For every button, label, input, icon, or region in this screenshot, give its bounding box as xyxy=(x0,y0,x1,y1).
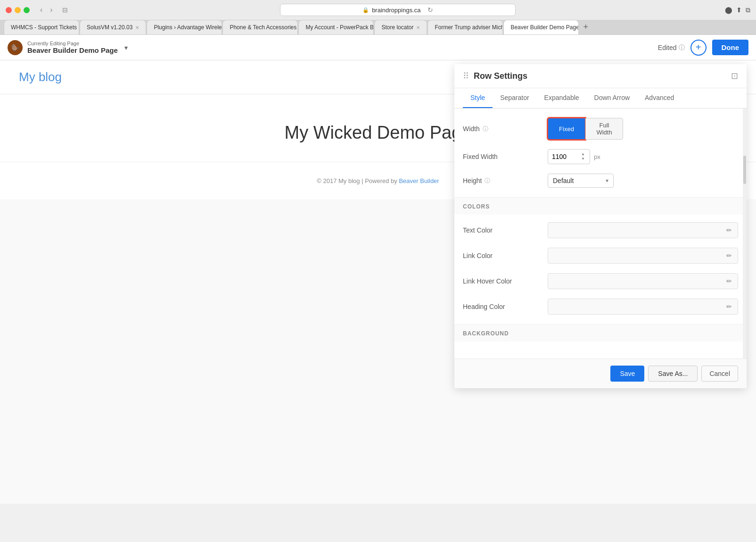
text-color-picker[interactable]: ✏ xyxy=(548,222,738,238)
tab-myaccount[interactable]: My Account - PowerPack Be... ✕ xyxy=(298,20,374,34)
page-dropdown-button[interactable]: ▾ xyxy=(124,44,128,51)
tab-phone[interactable]: Phone & Tech Accessories -... ✕ xyxy=(222,20,298,34)
editing-info: 🦫 Currently Editing Page Beaver Builder … xyxy=(8,40,128,55)
save-as-button[interactable]: Save As... xyxy=(648,366,698,382)
text-color-label: Text Color xyxy=(463,226,548,234)
fixed-width-value[interactable] xyxy=(552,153,573,160)
browser-chrome: ‹ › ⊟ 🔒 braindroppings.ca ↻ ⬤ ⬆ ⧉ WHMCS … xyxy=(0,0,756,35)
pencil-icon: ✏ xyxy=(726,277,732,285)
fixed-width-field-row: Fixed Width ▲ ▼ px xyxy=(463,149,738,164)
tab-plugins[interactable]: Plugins › Advantage Wireles... ✕ xyxy=(147,20,222,34)
tab-label: Phone & Tech Accessories -... xyxy=(230,24,298,31)
reload-button[interactable]: ↻ xyxy=(427,6,433,14)
maximize-window-button[interactable] xyxy=(24,7,30,13)
height-help-icon[interactable]: ⓘ xyxy=(485,177,490,185)
cancel-button[interactable]: Cancel xyxy=(701,366,738,382)
tab-label: Plugins › Advantage Wireles... xyxy=(154,24,222,31)
height-select[interactable]: Default ▾ xyxy=(548,174,614,188)
sidebar-toggle-button[interactable]: ⊟ xyxy=(59,5,71,15)
width-help-icon[interactable]: ⓘ xyxy=(483,125,488,133)
tab-separator[interactable]: Separator xyxy=(493,88,536,108)
link-color-control: ✏ xyxy=(548,248,738,264)
width-field-row: Width ⓘ Fixed Full Width xyxy=(463,118,738,140)
panel-tabs: Style Separator Expandable Down Arrow Ad… xyxy=(454,88,747,108)
pencil-icon: ✏ xyxy=(726,252,732,259)
heading-color-control: ✏ xyxy=(548,299,738,315)
edited-label: Edited xyxy=(658,44,677,51)
tab-close-icon[interactable]: ✕ xyxy=(135,25,139,30)
drag-handle-icon[interactable]: ⠿ xyxy=(463,71,469,81)
link-hover-color-control: ✏ xyxy=(548,273,738,289)
chevron-down-icon: ▾ xyxy=(606,177,608,184)
address-bar[interactable]: 🔒 braindroppings.ca ↻ xyxy=(280,4,516,16)
pencil-icon: ✏ xyxy=(726,303,732,310)
tab-trump[interactable]: Former Trump adviser Micha... ✕ xyxy=(427,20,503,34)
link-hover-color-field-row: Link Hover Color ✏ xyxy=(463,273,738,289)
tab-expandable[interactable]: Expandable xyxy=(537,88,587,108)
info-icon[interactable]: ⓘ xyxy=(679,43,685,52)
fixed-width-button[interactable]: Fixed xyxy=(548,118,585,140)
tab-style[interactable]: Style xyxy=(463,88,493,108)
app-toolbar: 🦫 Currently Editing Page Beaver Builder … xyxy=(0,35,756,60)
text-color-control: ✏ xyxy=(548,222,738,238)
page-content: My blog Choose Menu 🔍 My Wicked Demo Pag… xyxy=(0,60,756,504)
new-tab-plus-button[interactable]: + xyxy=(579,20,592,34)
minimize-window-button[interactable] xyxy=(15,7,21,13)
forward-button[interactable]: › xyxy=(47,5,55,15)
edited-badge: Edited ⓘ xyxy=(658,43,685,52)
decrement-button[interactable]: ▼ xyxy=(580,157,586,161)
tab-close-icon[interactable]: ✕ xyxy=(416,25,420,30)
height-control: Default ▾ xyxy=(548,174,738,188)
link-hover-color-label: Link Hover Color xyxy=(463,277,548,285)
tabs-bar: WHMCS - Support Tickets ✕ SolusVM v1.20.… xyxy=(0,20,756,34)
link-hover-color-picker[interactable]: ✏ xyxy=(548,273,738,289)
tab-label: Store locator xyxy=(381,24,413,31)
row-settings-panel: ⠿ Row Settings ⊡ Style Separator Expanda… xyxy=(454,64,747,388)
fixed-width-unit: px xyxy=(594,153,600,160)
toolbar-right: Edited ⓘ + Done xyxy=(658,40,748,56)
done-button[interactable]: Done xyxy=(712,40,749,55)
colors-section-header: COLORS xyxy=(454,197,747,215)
heading-color-field-row: Heading Color ✏ xyxy=(463,299,738,315)
link-color-picker[interactable]: ✏ xyxy=(548,248,738,264)
beaver-builder-link[interactable]: Beaver Builder xyxy=(399,177,439,184)
back-button[interactable]: ‹ xyxy=(37,5,45,15)
save-button[interactable]: Save xyxy=(610,366,644,382)
number-spinners: ▲ ▼ xyxy=(580,152,586,161)
panel-title: Row Settings xyxy=(474,71,731,81)
tab-solusvm[interactable]: SolusVM v1.20.03 ✕ xyxy=(80,20,146,34)
panel-body: Width ⓘ Fixed Full Width Fixed Width xyxy=(454,108,747,359)
url-text: braindroppings.ca xyxy=(372,7,420,14)
scrollbar-track xyxy=(743,108,747,359)
browser-titlebar: ‹ › ⊟ 🔒 braindroppings.ca ↻ ⬤ ⬆ ⧉ xyxy=(0,0,756,20)
fixed-width-input[interactable]: ▲ ▼ xyxy=(548,149,590,164)
panel-collapse-button[interactable]: ⊡ xyxy=(731,71,738,81)
fixed-width-input-wrap: ▲ ▼ px xyxy=(548,149,738,164)
fixed-width-control: ▲ ▼ px xyxy=(548,149,738,164)
tab-down-arrow[interactable]: Down Arrow xyxy=(587,88,637,108)
tab-advanced[interactable]: Advanced xyxy=(637,88,682,108)
heading-color-picker[interactable]: ✏ xyxy=(548,299,738,315)
scrollbar-thumb[interactable] xyxy=(743,156,746,184)
increment-button[interactable]: ▲ xyxy=(580,152,586,157)
share-button[interactable]: ⬆ xyxy=(736,6,742,14)
editing-text: Currently Editing Page Beaver Builder De… xyxy=(27,41,118,54)
panel-footer: Save Save As... Cancel xyxy=(454,359,747,388)
tab-label: Beaver Builder Demo Page -... xyxy=(510,24,579,31)
panel-header: ⠿ Row Settings ⊡ xyxy=(454,64,747,88)
footer-text: © 2017 My blog | Powered by Beaver Build… xyxy=(317,177,439,184)
close-window-button[interactable] xyxy=(6,7,12,13)
lock-icon: 🔒 xyxy=(362,7,369,13)
new-tab-button[interactable]: ⧉ xyxy=(746,6,750,14)
height-label: Height ⓘ xyxy=(463,177,548,185)
browser-actions: ⬤ ⬆ ⧉ xyxy=(725,6,750,14)
tab-whmcs[interactable]: WHMCS - Support Tickets ✕ xyxy=(4,20,79,34)
tab-store[interactable]: Store locator ✕ xyxy=(374,20,427,34)
full-width-button[interactable]: Full Width xyxy=(585,118,623,140)
height-field-row: Height ⓘ Default ▾ xyxy=(463,174,738,188)
screen-record-button[interactable]: ⬤ xyxy=(725,6,732,14)
tab-beaver-active[interactable]: Beaver Builder Demo Page -... ✕ xyxy=(503,20,579,34)
tab-label: Former Trump adviser Micha... xyxy=(435,24,503,31)
add-content-button[interactable]: + xyxy=(690,40,707,56)
tab-label: SolusVM v1.20.03 xyxy=(87,24,132,31)
